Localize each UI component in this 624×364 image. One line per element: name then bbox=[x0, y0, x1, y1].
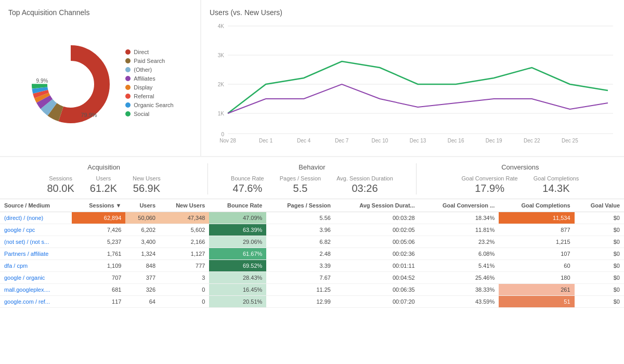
metrics-row: Acquisition Sessions 80.0K Users 61.2K N… bbox=[0, 157, 624, 199]
metric-sessions: Sessions 80.0K bbox=[47, 175, 74, 194]
metric-users: Users 61.2K bbox=[90, 175, 117, 194]
source-cell[interactable]: (direct) / (none) bbox=[0, 212, 72, 224]
legend-dot-social bbox=[125, 111, 131, 116]
data-cell: 5,602 bbox=[160, 224, 209, 236]
svg-text:Dec 19: Dec 19 bbox=[486, 138, 502, 144]
metrics-group-conversions: Conversions Goal Conversion Rate 17.9% G… bbox=[417, 163, 624, 194]
metrics-group-acquisition: Acquisition Sessions 80.0K Users 61.2K N… bbox=[0, 163, 208, 194]
source-cell[interactable]: google / organic bbox=[0, 272, 72, 284]
data-cell: 16.45% bbox=[209, 284, 266, 296]
table-row: google.com / ref...11764020.51%12.9900:0… bbox=[0, 296, 624, 308]
data-cell: 11,534 bbox=[499, 212, 574, 224]
data-cell: 1,215 bbox=[499, 236, 574, 248]
data-cell: 00:05:06 bbox=[335, 236, 419, 248]
source-cell[interactable]: mall.googleplex.... bbox=[0, 284, 72, 296]
sessions-label: Sessions bbox=[47, 175, 74, 181]
source-cell[interactable]: dfa / cpm bbox=[0, 260, 72, 272]
col-bounce[interactable]: Bounce Rate bbox=[209, 199, 266, 212]
data-cell: 2,166 bbox=[160, 236, 209, 248]
donut-chart: 9.9% 79.9% bbox=[27, 40, 115, 128]
metrics-group-behavior: Behavior Bounce Rate 47.6% Pages / Sessi… bbox=[208, 163, 416, 194]
data-cell: 69.52% bbox=[209, 260, 266, 272]
svg-text:Dec 25: Dec 25 bbox=[562, 138, 578, 144]
data-cell: 18.34% bbox=[419, 212, 499, 224]
data-cell: 0 bbox=[160, 296, 209, 308]
source-cell[interactable]: google.com / ref... bbox=[0, 296, 72, 308]
bottom-panel: Acquisition Sessions 80.0K Users 61.2K N… bbox=[0, 157, 624, 364]
data-table: Source / Medium Sessions ▼ Users New Use… bbox=[0, 199, 624, 308]
bounce-value: 47.6% bbox=[231, 183, 264, 194]
col-users[interactable]: Users bbox=[125, 199, 160, 212]
legend-label-direct: Direct bbox=[134, 49, 149, 55]
behavior-title: Behavior bbox=[298, 163, 325, 171]
col-duration[interactable]: Avg Session Durat... bbox=[335, 199, 419, 212]
data-cell: 5.56 bbox=[266, 212, 335, 224]
goal-comp-label: Goal Completions bbox=[534, 175, 579, 181]
legend-dot-affiliates bbox=[125, 76, 131, 81]
data-cell: 326 bbox=[125, 284, 160, 296]
legend-label-organic: Organic Search bbox=[134, 102, 173, 108]
goal-comp-value: 14.3K bbox=[534, 183, 579, 194]
duration-label: Avg. Session Duration bbox=[336, 175, 393, 181]
data-cell: 1,109 bbox=[72, 260, 125, 272]
table-row: (direct) / (none)62,89450,06047,34847.09… bbox=[0, 212, 624, 224]
legend-dot-referral bbox=[125, 94, 131, 99]
col-sessions[interactable]: Sessions ▼ bbox=[72, 199, 125, 212]
data-cell: 261 bbox=[499, 284, 574, 296]
legend-dot-paid bbox=[125, 58, 131, 63]
svg-text:1K: 1K bbox=[218, 111, 225, 116]
legend-item-other: (Other) bbox=[125, 67, 173, 73]
data-cell: $0 bbox=[575, 224, 624, 236]
svg-text:0: 0 bbox=[221, 132, 224, 137]
data-cell: 00:06:35 bbox=[335, 284, 419, 296]
svg-text:Dec 22: Dec 22 bbox=[524, 138, 540, 144]
legend-dot-other bbox=[125, 67, 131, 72]
col-goal-conv[interactable]: Goal Conversion ... bbox=[419, 199, 499, 212]
legend-item-organic: Organic Search bbox=[125, 102, 173, 108]
data-cell: 64 bbox=[125, 296, 160, 308]
svg-text:2K: 2K bbox=[218, 82, 225, 87]
data-cell: 6,202 bbox=[125, 224, 160, 236]
legend: Direct Paid Search (Other) Affiliates bbox=[125, 49, 173, 120]
users-value: 61.2K bbox=[90, 183, 117, 194]
data-cell: 681 bbox=[72, 284, 125, 296]
data-cell: 50,060 bbox=[125, 212, 160, 224]
duration-value: 03:26 bbox=[336, 183, 393, 194]
acquisition-metrics: Sessions 80.0K Users 61.2K New Users 56.… bbox=[47, 175, 161, 194]
source-cell[interactable]: (not set) / (not s... bbox=[0, 236, 72, 248]
data-cell: 20.51% bbox=[209, 296, 266, 308]
source-cell[interactable]: google / cpc bbox=[0, 224, 72, 236]
line-chart-title: Users (vs. New Users) bbox=[210, 8, 616, 17]
data-cell: 1,127 bbox=[160, 248, 209, 260]
data-cell: 848 bbox=[125, 260, 160, 272]
legend-dot-direct bbox=[125, 49, 131, 55]
col-goal-comp[interactable]: Goal Completions bbox=[499, 199, 574, 212]
data-cell: 12.99 bbox=[266, 296, 335, 308]
table-row: (not set) / (not s...5,2373,4002,16629.0… bbox=[0, 236, 624, 248]
legend-label-affiliates: Affiliates bbox=[134, 75, 155, 82]
metric-goal-rate: Goal Conversion Rate 17.9% bbox=[461, 175, 517, 194]
data-cell: 11.25 bbox=[266, 284, 335, 296]
table-row: google / cpc7,4266,2025,60263.39%3.9600:… bbox=[0, 224, 624, 236]
data-cell: 1,324 bbox=[125, 248, 160, 260]
data-cell: $0 bbox=[575, 260, 624, 272]
col-new-users[interactable]: New Users bbox=[160, 199, 209, 212]
goal-rate-value: 17.9% bbox=[461, 183, 517, 194]
table-wrapper[interactable]: Source / Medium Sessions ▼ Users New Use… bbox=[0, 199, 624, 308]
source-cell[interactable]: Partners / affiliate bbox=[0, 248, 72, 260]
conversions-title: Conversions bbox=[501, 163, 539, 171]
col-goal-val[interactable]: Goal Value bbox=[575, 199, 624, 212]
line-chart-panel: Users (vs. New Users) 4K 3K 2K 1K 0 bbox=[201, 0, 624, 156]
data-cell: 28.43% bbox=[209, 272, 266, 284]
data-cell: 00:02:05 bbox=[335, 224, 419, 236]
line-chart-svg: 4K 3K 2K 1K 0 bbox=[210, 22, 616, 147]
data-cell: 5,237 bbox=[72, 236, 125, 248]
data-cell: 877 bbox=[499, 224, 574, 236]
legend-item-direct: Direct bbox=[125, 49, 173, 55]
pages-label: Pages / Session bbox=[280, 175, 321, 181]
data-cell: 43.59% bbox=[419, 296, 499, 308]
data-cell: 6.82 bbox=[266, 236, 335, 248]
col-pages[interactable]: Pages / Session bbox=[266, 199, 335, 212]
table-row: Partners / affiliate1,7611,3241,12761.67… bbox=[0, 248, 624, 260]
metric-pages: Pages / Session 5.5 bbox=[280, 175, 321, 194]
